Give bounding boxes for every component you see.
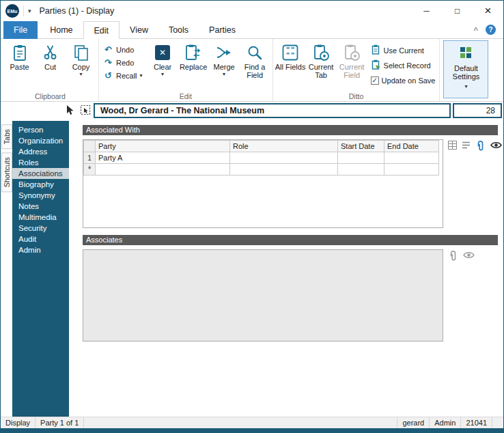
sidebar-item-synonymy[interactable]: Synonymy <box>12 190 69 201</box>
sidebar-item-organization[interactable]: Organization <box>12 135 69 146</box>
clear-label: Clear <box>154 63 171 71</box>
cursor-tool-icon[interactable] <box>65 104 74 117</box>
status-record-position: Party 1 of 1 <box>36 419 83 427</box>
app-logo-icon[interactable]: EMu <box>5 4 19 18</box>
strip-tab-tabs[interactable]: Tabs <box>1 124 12 149</box>
use-current-button[interactable]: Use Current <box>369 44 438 57</box>
status-bar: Display Party 1 of 1 gerard Admin 21041 <box>1 417 503 428</box>
status-group: Admin <box>430 419 460 427</box>
sidebar-item-roles[interactable]: Roles <box>12 157 69 168</box>
redo-icon: ↷ <box>103 57 113 68</box>
tab-home[interactable]: Home <box>40 21 83 39</box>
quick-access-caret-icon[interactable]: ▾ <box>28 8 31 14</box>
sidebar-item-notes[interactable]: Notes <box>12 201 69 212</box>
ditto-group-label: Ditto <box>273 92 440 100</box>
clear-button[interactable]: ✕ Clear ▾ <box>148 40 178 92</box>
view-attachment-eye-icon[interactable] <box>490 141 502 152</box>
column-header-role: Role <box>230 141 338 152</box>
update-on-save-toggle[interactable]: ✓ Update on Save <box>369 74 438 87</box>
end-date-cell-new[interactable] <box>384 164 439 176</box>
party-cell-new[interactable] <box>96 164 230 176</box>
redo-button[interactable]: ↷ Redo <box>101 56 145 69</box>
undo-label: Undo <box>116 46 134 54</box>
recall-icon: ↺ <box>103 70 113 81</box>
maximize-button[interactable]: □ <box>442 1 473 21</box>
default-settings-caret-icon: ▾ <box>464 83 467 89</box>
merge-label: Merge <box>214 63 235 71</box>
tab-edit[interactable]: Edit <box>83 21 120 39</box>
sidebar-item-address[interactable]: Address <box>12 146 69 157</box>
ribbon-group-clipboard: Paste Cut Copy ▾ Clipboard <box>2 39 99 101</box>
redo-label: Redo <box>116 59 134 67</box>
all-fields-icon: """" <box>282 42 298 63</box>
paste-button[interactable]: Paste <box>4 40 35 92</box>
replace-button[interactable]: Replace <box>178 40 209 92</box>
sidebar-item-person[interactable]: Person <box>12 124 69 135</box>
start-date-cell[interactable] <box>338 152 384 164</box>
column-header-end-date: End Date <box>384 141 439 152</box>
column-header-party: Party <box>96 141 230 152</box>
current-tab-button[interactable]: Current Tab <box>306 40 337 92</box>
recall-button[interactable]: ↺ Recall ▾ <box>101 69 145 82</box>
sidebar-item-associations[interactable]: Associations <box>12 168 69 179</box>
close-button[interactable]: × <box>473 1 503 21</box>
clipboard-group-label: Clipboard <box>2 92 98 100</box>
update-on-save-label: Update on Save <box>382 76 436 85</box>
sidebar-item-audit[interactable]: Audit <box>12 234 69 245</box>
record-summary-bar: Wood, Dr Gerard - The National Museum <box>94 103 451 118</box>
associated-with-header: Associated With <box>83 125 498 135</box>
copy-button[interactable]: Copy ▾ <box>66 40 96 92</box>
attach-icon[interactable] <box>475 141 486 154</box>
minimize-button[interactable]: ─ <box>411 1 442 21</box>
tab-view[interactable]: View <box>120 21 158 39</box>
tab-file[interactable]: File <box>3 21 38 39</box>
associated-with-grid: Party Role Start Date End Date 1 Party A <box>83 139 443 228</box>
role-cell-new[interactable] <box>230 164 338 176</box>
help-icon[interactable]: ? <box>486 25 496 35</box>
new-row-marker: * <box>84 164 96 176</box>
use-current-label: Use Current <box>384 46 424 55</box>
cut-button[interactable]: Cut <box>35 40 66 92</box>
merge-button[interactable]: Merge ▾ <box>209 40 240 92</box>
title-bar: EMu ▾ Parties (1) - Display ─ □ × <box>1 1 503 21</box>
merge-icon <box>215 42 233 63</box>
ribbon-group-edit: ↶ Undo ↷ Redo ↺ Recall ▾ ✕ Clear <box>99 39 273 101</box>
current-tab-icon <box>312 42 330 63</box>
start-date-cell-new[interactable] <box>338 164 384 176</box>
strip-tab-shortcuts[interactable]: Shortcuts <box>1 152 12 192</box>
row-number-cell: 1 <box>84 152 96 164</box>
update-on-save-checkbox: ✓ <box>371 76 379 85</box>
grid-view-icon[interactable] <box>448 141 457 152</box>
tab-tools[interactable]: Tools <box>158 21 199 39</box>
all-fields-label: All Fields <box>275 63 306 71</box>
find-a-field-label: Find a Field <box>240 63 270 79</box>
find-a-field-button[interactable]: Find a Field <box>240 40 270 92</box>
end-date-cell[interactable] <box>384 152 439 164</box>
sidebar-item-multimedia[interactable]: Multimedia <box>12 212 69 223</box>
paste-label: Paste <box>10 63 29 71</box>
sidebar-item-admin[interactable]: Admin <box>12 245 69 255</box>
select-record-button[interactable]: Select Record <box>369 59 438 72</box>
party-cell[interactable]: Party A <box>96 152 230 164</box>
undo-button[interactable]: ↶ Undo <box>101 43 145 56</box>
default-settings-button[interactable]: Default Settings ▾ <box>443 40 488 98</box>
replace-label: Replace <box>180 63 207 71</box>
list-view-icon[interactable] <box>462 141 471 152</box>
tab-parties[interactable]: Parties <box>199 21 246 39</box>
column-header-start-date: Start Date <box>338 141 384 152</box>
all-fields-button[interactable]: """" All Fields <box>275 40 306 92</box>
select-region-icon[interactable] <box>80 104 91 117</box>
sidebar-item-security[interactable]: Security <box>12 223 69 234</box>
sidebar-item-biography[interactable]: Biography <box>12 179 69 190</box>
side-strip: Tabs Shortcuts <box>1 121 12 417</box>
current-field-icon <box>343 42 361 63</box>
role-cell[interactable] <box>230 152 338 164</box>
select-record-label: Select Record <box>384 61 431 70</box>
ribbon: Paste Cut Copy ▾ Clipboard <box>1 39 503 102</box>
attach-icon-disabled <box>448 251 458 264</box>
view-attachment-eye-icon-disabled <box>463 251 475 262</box>
clear-icon: ✕ <box>155 42 170 63</box>
table-row: 1 Party A <box>84 152 439 164</box>
cut-label: Cut <box>44 63 56 71</box>
collapse-ribbon-icon[interactable]: ^ <box>474 26 478 34</box>
